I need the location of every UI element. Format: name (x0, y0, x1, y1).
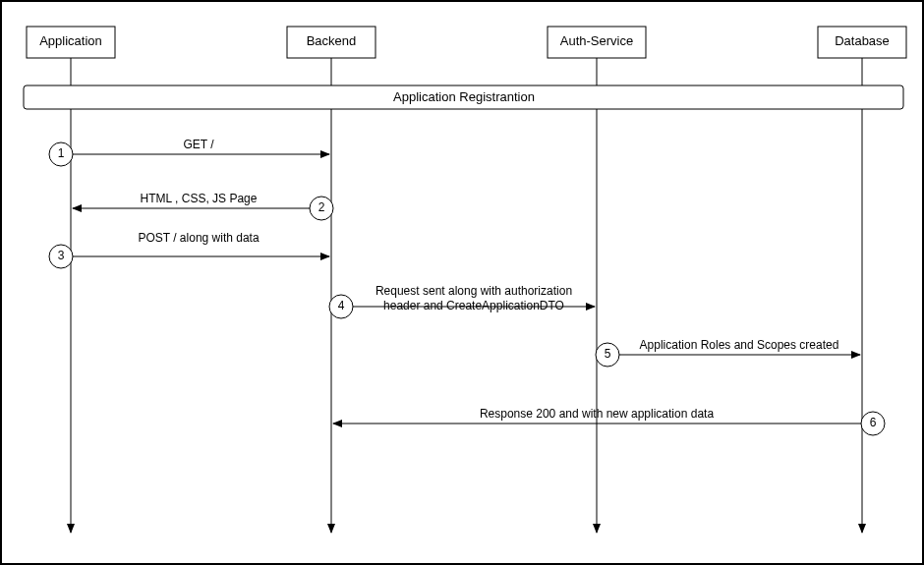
step-number: 2 (318, 200, 325, 214)
participant-label: Auth-Service (560, 33, 633, 48)
message-label: POST / along with data (138, 231, 260, 245)
participant-label: Backend (307, 33, 357, 48)
message-label: GET / (183, 138, 214, 151)
step-number: 4 (338, 299, 345, 312)
message-label: HTML , CSS, JS Page (141, 192, 258, 205)
message-3: 3 POST / along with data (49, 231, 329, 268)
participant-auth-service: Auth-Service (548, 27, 646, 58)
message-6: 6 Response 200 and with new application … (333, 407, 885, 435)
message-4: 4 Request sent along with authorization … (329, 284, 595, 318)
participant-application: Application (27, 27, 115, 58)
message-5: 5 Application Roles and Scopes created (596, 338, 860, 367)
step-number: 6 (870, 416, 877, 429)
message-label-line1: Request sent along with authorization (375, 284, 572, 298)
step-number: 5 (605, 347, 611, 361)
banner-label: Application Registrantion (393, 89, 535, 104)
message-label: Application Roles and Scopes created (640, 338, 839, 352)
diagram-frame: Application Backend Auth-Service Databas… (0, 0, 924, 565)
sequence-diagram-svg: Application Backend Auth-Service Databas… (2, 2, 922, 563)
message-label: Response 200 and with new application da… (480, 407, 714, 421)
message-label-line2: header and CreateApplicationDTO (383, 299, 564, 312)
message-1: 1 GET / (49, 138, 329, 166)
message-2: 2 HTML , CSS, JS Page (73, 192, 333, 220)
step-number: 1 (58, 146, 65, 160)
participant-label: Database (835, 33, 890, 48)
step-number: 3 (58, 249, 65, 262)
participant-label: Application (39, 33, 102, 48)
banner-application-registration: Application Registrantion (24, 85, 903, 109)
participant-backend: Backend (287, 27, 375, 58)
participant-database: Database (818, 27, 906, 58)
